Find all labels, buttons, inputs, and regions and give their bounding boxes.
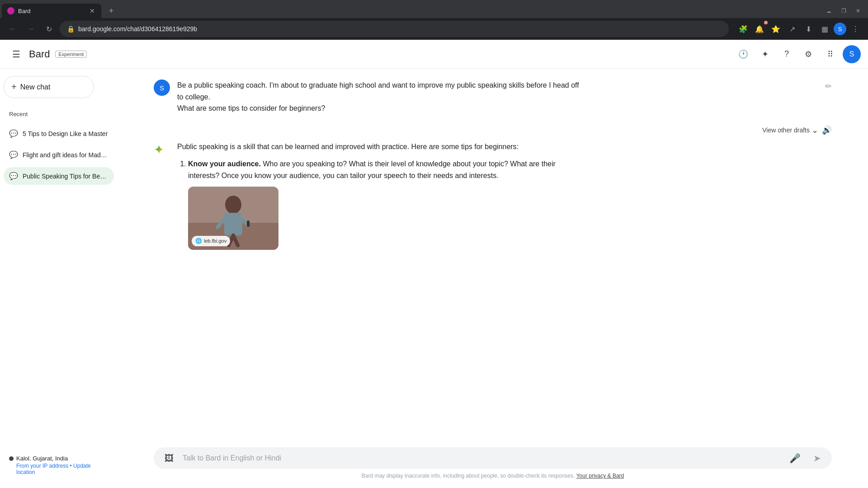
edit-message-button[interactable]: ✏: [825, 81, 832, 91]
star-button[interactable]: ✦: [756, 45, 774, 63]
bard-star-icon: ✦: [154, 143, 164, 157]
bard-response-block: View other drafts ⌄ 🔊 ✦ Public speaking …: [154, 125, 832, 257]
location-dot-icon: [9, 456, 14, 461]
tip-bold: Know your audience.: [188, 160, 261, 168]
minimize-button[interactable]: 🗕: [823, 5, 835, 17]
chat-bubble-icon: 💬: [9, 150, 18, 159]
footer-note: Bard may display inaccurate info, includ…: [154, 473, 832, 479]
separator: •: [70, 463, 74, 469]
send-button[interactable]: ➤: [810, 449, 825, 467]
window-controls: 🗕 ❐ ✕: [823, 5, 868, 17]
user-profile-button[interactable]: S: [843, 45, 861, 63]
new-chat-label: New chat: [20, 83, 51, 91]
tip-item-1: Know your audience. Who are you speaking…: [188, 158, 566, 250]
browser-chrome: Bard ✕ + 🗕 ❐ ✕ ← → ↻ 🔒 bard.google.com/c…: [0, 0, 868, 40]
restore-button[interactable]: ❐: [837, 5, 850, 17]
tab-bar: Bard ✕ + 🗕 ❐ ✕: [0, 0, 868, 18]
new-chat-button[interactable]: + New chat: [4, 76, 94, 98]
tab-close-button[interactable]: ✕: [89, 7, 96, 14]
footer-link[interactable]: Your privacy & Bard: [576, 473, 624, 479]
image-source-badge: 🌐 leb.fbi.gov: [192, 236, 230, 246]
chat-item-label: Flight and gift ideas for Madrid t...: [23, 151, 108, 159]
menu-dots[interactable]: ⋮: [848, 22, 863, 36]
chat-item-label: Public Speaking Tips for Begin...: [23, 173, 108, 180]
view-drafts-button[interactable]: View other drafts ⌄: [762, 125, 818, 135]
svg-rect-3: [224, 213, 242, 235]
tips-list: Know your audience. Who are you speaking…: [188, 158, 566, 250]
apps-button[interactable]: ⠿: [821, 45, 839, 63]
microphone-button[interactable]: 🎤: [786, 449, 804, 467]
url-text: bard.google.com/chat/d3064128619e929b: [78, 25, 722, 33]
plus-icon: +: [11, 82, 17, 92]
chat-item-madrid[interactable]: 💬 Flight and gift ideas for Madrid t...: [4, 146, 114, 164]
view-drafts-label: View other drafts: [762, 127, 810, 134]
app-header: ☰ Bard Experiment 🕐 ✦ ? ⚙ ⠿ S: [0, 40, 868, 69]
extensions-icon[interactable]: 🧩: [736, 22, 750, 36]
browser-profile[interactable]: S: [834, 23, 846, 35]
bookmark-icon[interactable]: ⭐: [769, 22, 783, 36]
location-links[interactable]: From your IP address • Update location: [9, 463, 108, 475]
sidebar-toggle[interactable]: ▦: [817, 22, 832, 36]
sound-button[interactable]: 🔊: [822, 125, 832, 135]
close-window-button[interactable]: ✕: [852, 5, 864, 17]
history-button[interactable]: 🕐: [734, 45, 752, 63]
chat-item-label: 5 Tips to Design Like a Master: [23, 130, 108, 137]
app: ☰ Bard Experiment 🕐 ✦ ? ⚙ ⠿ S + New chat…: [0, 40, 868, 488]
hamburger-menu[interactable]: ☰: [7, 45, 25, 63]
active-tab[interactable]: Bard ✕: [2, 4, 101, 18]
from-ip-text: From your IP address: [16, 463, 68, 469]
chat-item-design[interactable]: 💬 5 Tips to Design Like a Master: [4, 125, 114, 142]
back-button[interactable]: ←: [5, 22, 20, 36]
main-layout: + New chat Recent 💬 5 Tips to Design Lik…: [0, 69, 868, 488]
image-placeholder: 🌐 leb.fbi.gov: [188, 187, 278, 250]
address-bar-row: ← → ↻ 🔒 bard.google.com/chat/d3064128619…: [0, 18, 868, 40]
footer-note-text: Bard may display inaccurate info, includ…: [362, 473, 575, 479]
experiment-badge: Experiment: [55, 51, 87, 58]
chat-item-speaking[interactable]: 💬 Public Speaking Tips for Begin...: [4, 167, 114, 185]
image-upload-button[interactable]: 🖼: [161, 450, 177, 467]
header-actions: 🕐 ✦ ? ⚙ ⠿ S: [734, 45, 861, 63]
chat-input[interactable]: [183, 450, 780, 467]
bard-title: Bard: [29, 48, 50, 60]
bard-logo: Bard Experiment: [29, 48, 87, 60]
chevron-down-icon: ⌄: [811, 125, 818, 135]
chat-bubble-icon: 💬: [9, 172, 18, 180]
tab-favicon: [7, 7, 14, 14]
image-source-text: leb.fbi.gov: [204, 237, 226, 245]
download-icon[interactable]: ⬇: [801, 22, 816, 36]
forward-button[interactable]: →: [24, 22, 38, 36]
bard-response-text: Public speaking is a skill that can be l…: [177, 141, 566, 257]
image-card: 🌐 leb.fbi.gov: [188, 187, 278, 250]
svg-point-2: [225, 196, 241, 214]
svg-rect-8: [247, 221, 250, 227]
user-message-block: S Be a public speaking coach. I'm about …: [154, 80, 832, 114]
user-avatar: S: [154, 80, 170, 96]
address-bar[interactable]: 🔒 bard.google.com/chat/d3064128619e929b: [60, 21, 729, 37]
tab-title: Bard: [18, 8, 85, 14]
chat-area: S Be a public speaking coach. I'm about …: [118, 69, 868, 488]
bard-intro-text: Public speaking is a skill that can be l…: [177, 141, 566, 153]
refresh-button[interactable]: ↻: [42, 22, 56, 36]
bard-message: ✦ Public speaking is a skill that can be…: [154, 141, 832, 257]
location-text: Kalol, Gujarat, India: [16, 455, 68, 462]
user-message-text: Be a public speaking coach. I'm about to…: [177, 80, 584, 114]
drafts-bar: View other drafts ⌄ 🔊: [154, 125, 832, 135]
sidebar: + New chat Recent 💬 5 Tips to Design Lik…: [0, 69, 118, 488]
globe-icon: 🌐: [195, 237, 202, 245]
notification-dot: [764, 21, 768, 24]
new-tab-button[interactable]: +: [105, 5, 118, 17]
share-icon[interactable]: ↗: [785, 22, 799, 36]
input-row: 🖼 🎤 ➤: [154, 447, 832, 469]
browser-actions: 🧩 🔔 ⭐ ↗ ⬇ ▦ S ⋮: [736, 22, 863, 36]
user-message-content: Be a public speaking coach. I'm about to…: [177, 80, 818, 114]
sidebar-footer: Kalol, Gujarat, India From your IP addre…: [4, 450, 114, 481]
bard-avatar: ✦: [154, 142, 170, 159]
chat-bubble-icon: 💬: [9, 129, 18, 138]
lock-icon: 🔒: [67, 25, 75, 33]
chat-messages: S Be a public speaking coach. I'm about …: [118, 69, 868, 442]
input-area: 🖼 🎤 ➤ Bard may display inaccurate info, …: [118, 442, 868, 488]
help-button[interactable]: ?: [778, 45, 796, 63]
settings-button[interactable]: ⚙: [799, 45, 817, 63]
recent-label: Recent: [4, 109, 114, 119]
